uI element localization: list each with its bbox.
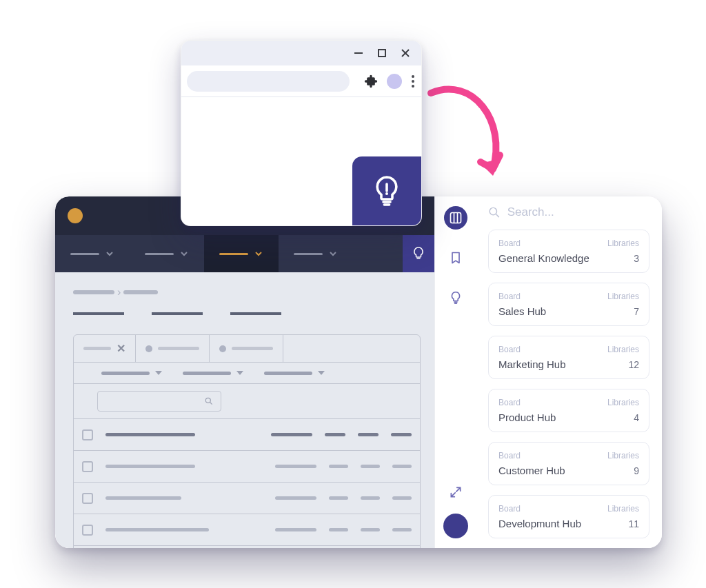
select-all-checkbox[interactable] (82, 429, 93, 440)
board-name: Product Hub (498, 412, 556, 423)
chevron-down-icon (328, 249, 338, 258)
svg-rect-1 (379, 50, 385, 57)
url-bar[interactable] (187, 71, 350, 92)
board-library-count: 3 (634, 253, 639, 264)
caret-down-icon (155, 371, 162, 375)
board-name: Developmunt Hub (498, 518, 581, 529)
chevron-down-icon (105, 249, 114, 258)
table-row[interactable] (74, 451, 420, 483)
libraries-label: Libraries (607, 451, 639, 460)
rail-bookmark-button[interactable] (444, 246, 467, 270)
browser-popup (181, 40, 422, 226)
search-icon (488, 205, 501, 219)
svg-point-17 (490, 207, 496, 214)
boards-panel: Board Libraries General Knowledge 3 Boar… (476, 196, 662, 548)
extension-launcher[interactable] (352, 156, 421, 225)
chevron-down-icon (254, 249, 263, 258)
caret-down-icon (318, 371, 325, 375)
browser-menu-button[interactable] (412, 75, 414, 88)
row-checkbox[interactable] (82, 461, 93, 472)
filter-chip[interactable] (210, 335, 283, 362)
bookmark-icon (449, 251, 463, 265)
libraries-label: Libraries (607, 292, 639, 301)
svg-point-10 (205, 398, 210, 403)
caret-down-icon (236, 371, 243, 375)
libraries-label: Libraries (607, 398, 639, 407)
extensions-button[interactable] (363, 74, 379, 89)
table-row[interactable] (74, 514, 420, 546)
filter-chip[interactable] (136, 335, 210, 362)
content-dimmed-overlay: › ✕ (55, 272, 434, 548)
window-minimize-button[interactable] (352, 47, 365, 59)
filter-chip[interactable]: ✕ (74, 335, 136, 362)
nav-tab[interactable] (55, 235, 130, 272)
board-card[interactable]: Board Libraries Customer Hub 9 (488, 442, 649, 485)
board-library-count: 9 (634, 465, 639, 476)
boards-search-input[interactable] (507, 205, 649, 219)
board-library-count: 11 (628, 518, 639, 529)
guide-arrow (424, 79, 521, 190)
board-label: Board (498, 239, 521, 248)
minimize-icon (353, 48, 364, 59)
libraries-label: Libraries (607, 239, 639, 248)
nav-tab[interactable] (279, 235, 353, 272)
rail-boards-button[interactable] (444, 206, 467, 230)
rail-user-avatar[interactable] (443, 514, 468, 538)
board-label: Board (498, 345, 521, 354)
browser-toolbar (181, 65, 421, 97)
table-header-row (74, 419, 420, 451)
content-subtabs (73, 308, 421, 315)
table-row[interactable] (74, 483, 420, 514)
chevron-down-icon (179, 249, 189, 258)
row-checkbox[interactable] (82, 493, 93, 504)
board-name: Marketing Hub (498, 358, 566, 370)
subtab[interactable] (230, 308, 281, 315)
board-card[interactable]: Board Libraries Developmunt Hub 11 (488, 495, 649, 538)
nav-tab-active[interactable] (204, 235, 279, 272)
filter-select[interactable] (101, 371, 162, 375)
window-close-button[interactable] (399, 47, 412, 59)
sidebar-toggle-bulb[interactable] (403, 235, 434, 272)
app-logo[interactable] (68, 208, 83, 223)
svg-line-11 (210, 403, 212, 405)
subtab[interactable] (152, 308, 203, 315)
filter-select[interactable] (183, 371, 243, 375)
table-row[interactable] (74, 546, 420, 548)
subtab[interactable] (73, 308, 124, 315)
sidebar-rail (434, 196, 476, 548)
boards-search[interactable] (488, 205, 649, 220)
lightbulb-icon (448, 290, 463, 305)
window-maximize-button[interactable] (376, 47, 388, 59)
remove-chip-icon[interactable]: ✕ (117, 342, 125, 355)
rail-expand-button[interactable] (444, 480, 467, 504)
rail-ideas-button[interactable] (444, 286, 467, 310)
board-library-count: 4 (634, 412, 639, 423)
svg-rect-12 (450, 213, 461, 223)
lightbulb-icon (410, 245, 427, 262)
table-search-input[interactable] (97, 391, 221, 412)
search-icon (204, 396, 214, 406)
app-main-area: › ✕ (55, 196, 434, 548)
board-name: General Knowledge (498, 252, 589, 264)
filter-chip-row: ✕ (74, 335, 420, 363)
filter-select[interactable] (264, 371, 325, 375)
svg-line-18 (496, 214, 499, 217)
nav-tab[interactable] (130, 235, 204, 272)
board-library-count: 12 (628, 359, 639, 370)
app-window: › ✕ (55, 196, 662, 548)
libraries-label: Libraries (607, 504, 639, 514)
board-card[interactable]: Board Libraries Product Hub 4 (488, 389, 649, 432)
board-card[interactable]: Board Libraries Sales Hub 7 (488, 283, 649, 326)
board-card[interactable]: Board Libraries Marketing Hub 12 (488, 336, 649, 379)
data-table (74, 419, 420, 548)
maximize-icon (377, 48, 387, 58)
breadcrumb: › (73, 286, 421, 298)
table-search-row (74, 384, 420, 419)
svg-point-5 (385, 192, 388, 195)
row-checkbox[interactable] (82, 525, 93, 536)
browser-titlebar (181, 41, 421, 65)
expand-icon (449, 485, 463, 499)
board-card[interactable]: Board Libraries General Knowledge 3 (488, 230, 649, 273)
board-name: Sales Hub (498, 305, 546, 317)
profile-avatar[interactable] (387, 74, 402, 89)
